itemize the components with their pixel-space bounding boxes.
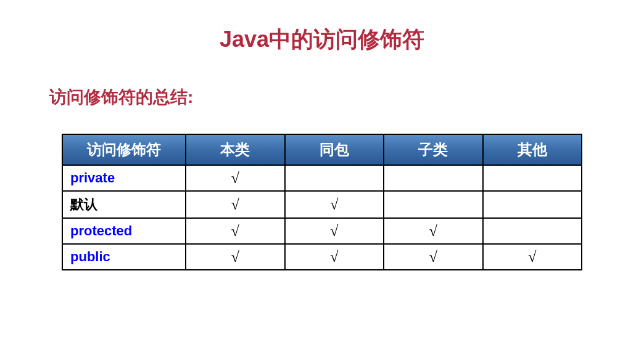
- row-label: protected: [62, 218, 186, 244]
- check-icon: √: [231, 223, 239, 239]
- check-icon: √: [231, 170, 239, 186]
- check-icon: √: [429, 223, 437, 239]
- table-cell: √: [285, 191, 384, 218]
- header-same-package: 同包: [285, 134, 384, 165]
- table-cell: √: [483, 244, 582, 270]
- check-icon: √: [429, 249, 437, 265]
- check-icon: √: [330, 197, 338, 213]
- table-body: private√默认√√protected√√√public√√√√: [62, 165, 582, 270]
- table-cell: [384, 165, 483, 191]
- table-cell: √: [186, 244, 285, 270]
- check-icon: √: [231, 197, 239, 213]
- table-header-row: 访问修饰符 本类 同包 子类 其他: [62, 134, 582, 165]
- header-modifier: 访问修饰符: [62, 134, 186, 165]
- access-modifier-table: 访问修饰符 本类 同包 子类 其他 private√默认√√protected√…: [62, 134, 582, 270]
- table-cell: √: [285, 244, 384, 270]
- check-icon: √: [231, 249, 239, 265]
- table-row: private√: [62, 165, 582, 191]
- table-cell: √: [186, 165, 285, 191]
- table-cell: √: [384, 218, 483, 244]
- table-cell: √: [186, 218, 285, 244]
- row-label: 默认: [62, 191, 186, 218]
- check-icon: √: [330, 223, 338, 239]
- table-cell: √: [384, 244, 483, 270]
- table-row: public√√√√: [62, 244, 582, 270]
- header-other: 其他: [483, 134, 582, 165]
- header-subclass: 子类: [384, 134, 483, 165]
- table-container: 访问修饰符 本类 同包 子类 其他 private√默认√√protected√…: [49, 134, 595, 270]
- check-icon: √: [330, 249, 338, 265]
- table-row: 默认√√: [62, 191, 582, 218]
- page-title: Java中的访问修饰符: [49, 25, 595, 55]
- table-cell: √: [285, 218, 384, 244]
- table-cell: [483, 191, 582, 218]
- table-cell: [483, 165, 582, 191]
- table-cell: [384, 191, 483, 218]
- row-label: private: [62, 165, 186, 191]
- table-cell: [285, 165, 384, 191]
- table-cell: √: [186, 191, 285, 218]
- table-cell: [483, 218, 582, 244]
- check-icon: √: [528, 249, 536, 265]
- table-row: protected√√√: [62, 218, 582, 244]
- header-self-class: 本类: [186, 134, 285, 165]
- row-label: public: [62, 244, 186, 270]
- section-subtitle: 访问修饰符的总结:: [49, 86, 595, 109]
